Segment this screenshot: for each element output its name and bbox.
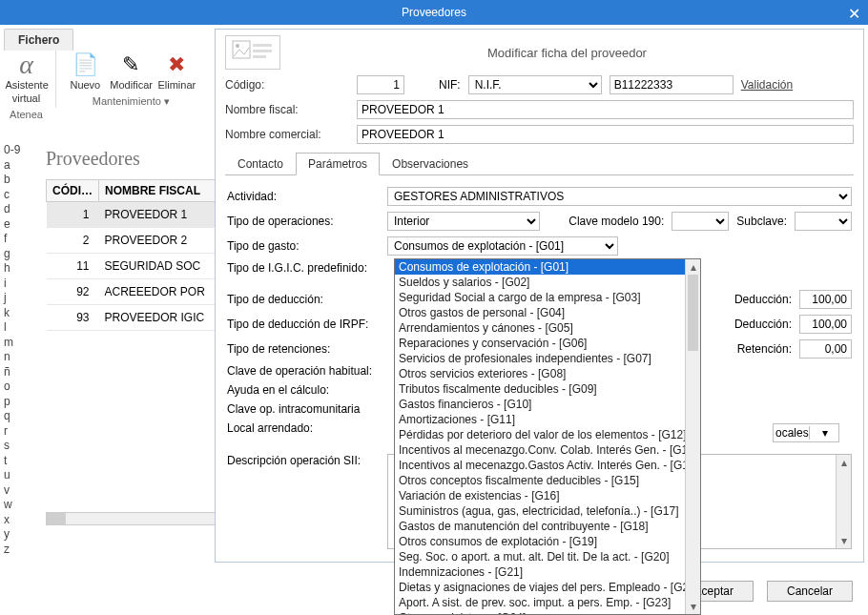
grid-title: Proveedores xyxy=(46,148,227,170)
alpha-h[interactable]: h xyxy=(4,261,31,277)
tipo-op-select[interactable]: Interior xyxy=(387,212,540,231)
tipo-gasto-dropdown[interactable]: Consumos de explotación - [G01]Sueldos y… xyxy=(394,258,701,615)
locales-select-fragment: ocales▾ xyxy=(773,423,839,442)
subclave-select[interactable] xyxy=(795,212,852,231)
alpha-b[interactable]: b xyxy=(4,173,31,188)
col-codigo[interactable]: CÓDI… xyxy=(47,180,99,202)
dropdown-option[interactable]: Gastos financieros - [G10] xyxy=(395,397,700,412)
modify-button[interactable]: Modificar xyxy=(108,50,154,93)
label-tipo-ded-irpf: Tipo de deducción de IRPF: xyxy=(227,318,380,331)
tab-observaciones[interactable]: Observaciones xyxy=(380,153,481,175)
alpha-y[interactable]: y xyxy=(4,527,31,543)
alpha-i[interactable]: i xyxy=(4,277,31,292)
validacion-link[interactable]: Validación xyxy=(741,78,793,92)
clave190-select[interactable] xyxy=(672,212,729,231)
pct-ded2-input[interactable] xyxy=(799,315,852,334)
label-sii: Descripción operación SII: xyxy=(227,454,380,549)
table-row[interactable]: 92ACREEEDOR POR xyxy=(47,279,227,305)
alpha-f[interactable]: f xyxy=(4,232,31,247)
delete-button[interactable]: Eliminar xyxy=(154,50,199,93)
table-row[interactable]: 11SEGURIDAD SOC xyxy=(47,254,227,279)
alpha-s[interactable]: s xyxy=(4,439,31,454)
codigo-input[interactable] xyxy=(357,75,404,94)
locales-select[interactable]: ocales▾ xyxy=(773,423,839,442)
alpha-c[interactable]: c xyxy=(4,188,31,203)
scroll-down-icon[interactable]: ▾ xyxy=(686,599,700,614)
svg-rect-3 xyxy=(253,50,272,52)
nombre-fiscal-input[interactable] xyxy=(357,100,854,119)
alpha-t[interactable]: t xyxy=(4,454,31,469)
alpha-w[interactable]: w xyxy=(4,498,31,513)
assistant-button[interactable]: α Asistente virtual xyxy=(4,50,50,107)
alpha-e[interactable]: e xyxy=(4,217,31,233)
dropdown-option[interactable]: Aport. A sist. de prev. soc. imput. a pe… xyxy=(395,595,700,610)
tab-contacto[interactable]: Contacto xyxy=(225,153,296,175)
dropdown-option[interactable]: Suministros (agua, gas, electricidad, te… xyxy=(395,503,700,519)
delete-icon xyxy=(155,51,197,78)
dropdown-option[interactable]: Sueldos y salarios - [G02] xyxy=(395,275,700,290)
pct-ded1-input[interactable] xyxy=(799,290,852,309)
dropdown-scrollbar[interactable]: ▴ ▾ xyxy=(685,259,700,614)
scroll-up-icon[interactable]: ▴ xyxy=(686,259,700,275)
alpha-v[interactable]: v xyxy=(4,483,31,499)
dropdown-option[interactable]: Otros conceptos fiscalmente deducibles -… xyxy=(395,473,700,488)
alpha-k[interactable]: k xyxy=(4,306,31,321)
alpha-0-9[interactable]: 0-9 xyxy=(4,143,31,158)
alpha-j[interactable]: j xyxy=(4,291,31,306)
alpha-p[interactable]: p xyxy=(4,395,31,410)
sii-scrollbar[interactable]: ▴▾ xyxy=(836,455,851,548)
alpha-l[interactable]: l xyxy=(4,320,31,336)
tipo-gasto-select[interactable]: Consumos de explotación - [G01] xyxy=(387,236,618,256)
dropdown-option[interactable]: Arrendamientos y cánones - [G05] xyxy=(395,320,700,336)
dropdown-option[interactable]: Tributos fiscalmente deducibles - [G09] xyxy=(395,381,700,397)
alpha-ñ[interactable]: ñ xyxy=(4,365,31,380)
pct-ret-input[interactable] xyxy=(799,339,852,359)
grid-hscroll[interactable]: ▸ xyxy=(46,512,227,525)
new-button[interactable]: Nuevo xyxy=(62,50,108,93)
label-subclave: Subclave: xyxy=(736,215,787,228)
dropdown-option[interactable]: Servicios de profesionales independiente… xyxy=(395,351,700,366)
dropdown-option[interactable]: Incentivos al mecenazgo.Gastos Activ. In… xyxy=(395,458,700,473)
table-row[interactable]: 2PROVEEDOR 2 xyxy=(47,228,227,254)
close-icon[interactable]: ✕ xyxy=(848,2,860,27)
dropdown-option[interactable]: Seguridad Social a cargo de la empresa -… xyxy=(395,290,700,305)
alpha-r[interactable]: r xyxy=(4,424,31,440)
dropdown-option[interactable]: Seg. Soc. o aport. a mut. alt. Del tit. … xyxy=(395,549,700,564)
dropdown-option[interactable]: Indemnizaciones - [G21] xyxy=(395,564,700,580)
table-row[interactable]: 1PROVEEDOR 1 xyxy=(47,202,227,228)
actividad-select[interactable]: GESTORES ADMINISTRATIVOS xyxy=(387,187,852,206)
alpha-q[interactable]: q xyxy=(4,409,31,424)
dropdown-option[interactable]: Otros servicios exteriores - [G08] xyxy=(395,366,700,381)
alpha-d[interactable]: d xyxy=(4,202,31,217)
sheet-tab-fichero[interactable]: Fichero xyxy=(4,29,73,51)
table-row[interactable]: 93PROVEEDOR IGIC xyxy=(47,305,227,331)
alpha-n[interactable]: n xyxy=(4,350,31,365)
alpha-u[interactable]: u xyxy=(4,468,31,483)
nombre-comercial-input[interactable] xyxy=(357,125,854,144)
scroll-thumb[interactable] xyxy=(47,513,66,524)
dropdown-option[interactable]: Dietas y asignaciones de viajes del pers… xyxy=(395,580,700,595)
alpha-g[interactable]: g xyxy=(4,247,31,262)
dropdown-option[interactable]: Consumos de explotación - [G01] xyxy=(395,259,700,275)
alpha-a[interactable]: a xyxy=(4,158,31,174)
dropdown-option[interactable]: Amortizaciones - [G11] xyxy=(395,412,700,427)
dropdown-option[interactable]: Variación de existencias - [G16] xyxy=(395,488,700,503)
alpha-x[interactable]: x xyxy=(4,513,31,528)
dropdown-option[interactable]: Otros suministros - [G24] xyxy=(395,610,700,615)
tab-parametros[interactable]: Parámetros xyxy=(296,153,380,175)
dropdown-option[interactable]: Gastos de manutención del contribuyente … xyxy=(395,519,700,534)
dropdown-option[interactable]: Otros consumos de explotación - [G19] xyxy=(395,534,700,549)
scroll-thumb[interactable] xyxy=(688,275,698,351)
dropdown-option[interactable]: Otros gastos de personal - [G04] xyxy=(395,305,700,320)
alpha-m[interactable]: m xyxy=(4,336,31,351)
alpha-z[interactable]: z xyxy=(4,543,31,558)
ribbon: α Asistente virtual Atenea Nuevo Modific… xyxy=(0,50,210,132)
dropdown-option[interactable]: Pérdidas por deterioro del valor de los … xyxy=(395,427,700,442)
dropdown-option[interactable]: Reparaciones y conservación - [G06] xyxy=(395,336,700,351)
nif-input[interactable] xyxy=(610,75,734,94)
alpha-o[interactable]: o xyxy=(4,379,31,395)
nif-type-select[interactable]: N.I.F. xyxy=(468,75,602,94)
dropdown-option[interactable]: Incentivos al mecenazgo.Conv. Colab. Int… xyxy=(395,442,700,458)
cancelar-button[interactable]: Cancelar xyxy=(767,581,853,602)
col-nombre[interactable]: NOMBRE FISCAL xyxy=(99,180,227,202)
